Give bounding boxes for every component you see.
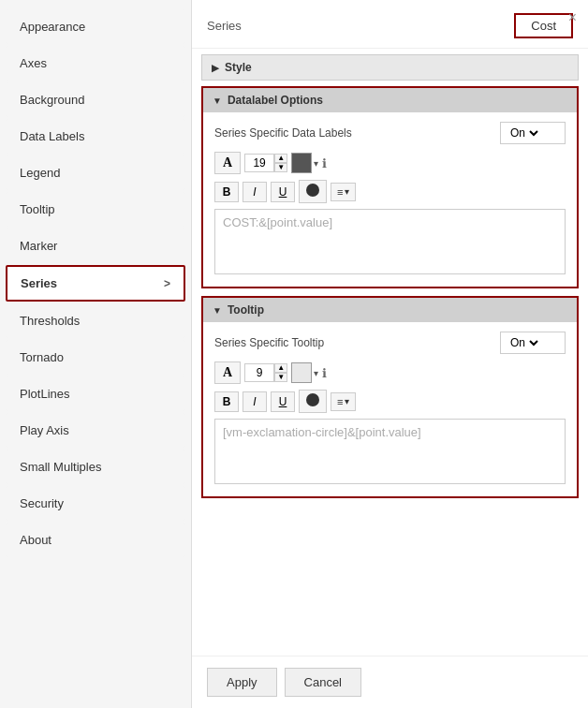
cancel-button[interactable]: Cancel xyxy=(285,668,361,697)
series-header: Series Cost xyxy=(192,0,588,49)
sidebar-item-label: Data Labels xyxy=(20,129,84,143)
tooltip-font-size-spinners: ▲ ▼ xyxy=(274,363,287,382)
series-value-button[interactable]: Cost xyxy=(514,13,573,38)
sidebar-item-label: Thresholds xyxy=(20,314,80,328)
tooltip-bold-button[interactable]: B xyxy=(214,391,239,412)
sidebar-item-label: Tooltip xyxy=(20,202,55,216)
datalabel-font-size-up[interactable]: ▲ xyxy=(274,154,287,163)
style-section: ▶ Style xyxy=(201,54,579,81)
tooltip-align-icon: ≡ xyxy=(337,396,343,407)
datalabel-color-swatch[interactable] xyxy=(291,153,312,173)
series-label: Series xyxy=(207,19,242,33)
datalabel-underline-button[interactable]: U xyxy=(271,182,295,202)
style-section-header[interactable]: ▶ Style xyxy=(202,55,578,80)
sidebar-item-smallmultiples[interactable]: Small Multiples xyxy=(6,450,185,484)
apply-button[interactable]: Apply xyxy=(207,668,277,697)
footer-buttons: Apply Cancel xyxy=(192,656,588,708)
tooltip-specific-select[interactable]: On Off xyxy=(500,332,566,354)
datalabel-color-dropdown-arrow[interactable]: ▾ xyxy=(314,158,318,169)
sidebar-item-label: Axes xyxy=(20,56,47,70)
datalabel-bold-button[interactable]: B xyxy=(214,182,239,202)
sidebar-arrow-icon: > xyxy=(164,277,170,290)
sidebar-item-marker[interactable]: Marker xyxy=(6,229,185,263)
sidebar-item-about[interactable]: About xyxy=(6,523,185,557)
tooltip-info-icon[interactable]: ℹ xyxy=(322,366,327,380)
datalabel-specific-label: Series Specific Data Labels xyxy=(214,126,352,140)
datalabel-specific-dropdown[interactable]: On Off xyxy=(507,125,541,140)
content-area: ▶ Style ▼ Datalabel Options Series Speci… xyxy=(192,49,588,656)
datalabel-italic-button[interactable]: I xyxy=(243,182,267,202)
tooltip-italic-button[interactable]: I xyxy=(243,391,267,412)
tooltip-section-label: Tooltip xyxy=(228,303,264,317)
sidebar-item-tooltip[interactable]: Tooltip xyxy=(6,192,185,227)
sidebar-item-label: Appearance xyxy=(20,20,85,34)
datalabel-dot-button[interactable] xyxy=(299,180,327,203)
datalabel-section-label: Datalabel Options xyxy=(228,94,323,107)
datalabel-align-button[interactable]: ≡ ▾ xyxy=(331,183,356,201)
tooltip-color-swatch[interactable] xyxy=(291,362,312,383)
sidebar-item-label: Play Axis xyxy=(20,423,69,437)
sidebar-item-label: Background xyxy=(20,93,84,107)
datalabel-section-header[interactable]: ▼ Datalabel Options xyxy=(203,88,577,112)
datalabel-font-size-spinners: ▲ ▼ xyxy=(274,154,287,172)
datalabel-font-a-button[interactable]: A xyxy=(214,152,241,174)
sidebar-item-series[interactable]: Series > xyxy=(6,265,185,302)
sidebar-item-thresholds[interactable]: Thresholds xyxy=(6,303,185,338)
tooltip-section: ▼ Tooltip Series Specific Tooltip On Off xyxy=(201,296,579,498)
tooltip-toggle-icon: ▼ xyxy=(213,305,222,316)
sidebar: Appearance Axes Background Data Labels L… xyxy=(0,0,192,708)
datalabel-align-dropdown-arrow: ▾ xyxy=(345,186,349,197)
sidebar-item-label: Legend xyxy=(20,166,60,180)
datalabel-font-size-input[interactable] xyxy=(244,154,274,172)
tooltip-dot-icon xyxy=(306,393,319,406)
datalabel-info-icon[interactable]: ℹ xyxy=(322,156,327,170)
tooltip-section-body: Series Specific Tooltip On Off A xyxy=(203,322,577,496)
tooltip-align-button[interactable]: ≡ ▾ xyxy=(331,392,356,411)
tooltip-font-size-up[interactable]: ▲ xyxy=(274,363,287,373)
sidebar-item-label: PlotLines xyxy=(20,387,69,401)
tooltip-specific-label: Series Specific Tooltip xyxy=(214,336,324,349)
tooltip-specific-row: Series Specific Tooltip On Off xyxy=(214,332,566,354)
tooltip-section-header[interactable]: ▼ Tooltip xyxy=(203,298,577,322)
sidebar-item-label: Tornado xyxy=(20,350,64,364)
tooltip-font-toolbar-1: A ▲ ▼ ▾ ℹ xyxy=(214,361,566,384)
tooltip-font-a-button[interactable]: A xyxy=(214,361,241,384)
sidebar-item-legend[interactable]: Legend xyxy=(6,155,185,190)
tooltip-dot-button[interactable] xyxy=(299,390,327,413)
tooltip-align-dropdown-arrow: ▾ xyxy=(345,396,349,406)
sidebar-item-background[interactable]: Background xyxy=(6,82,185,117)
datalabel-font-size-down[interactable]: ▼ xyxy=(274,163,287,172)
datalabel-section: ▼ Datalabel Options Series Specific Data… xyxy=(201,86,579,288)
close-button[interactable]: × xyxy=(568,9,577,26)
sidebar-item-label: Series xyxy=(21,276,57,290)
sidebar-item-playaxis[interactable]: Play Axis xyxy=(6,413,185,448)
sidebar-item-axes[interactable]: Axes xyxy=(6,46,185,81)
tooltip-formula-textarea[interactable]: [vm-exclamation-circle]&[point.value] xyxy=(214,419,566,484)
datalabel-align-icon: ≡ xyxy=(337,186,343,198)
tooltip-font-size-down[interactable]: ▼ xyxy=(274,373,287,382)
style-section-label: Style xyxy=(225,61,252,74)
sidebar-item-security[interactable]: Security xyxy=(6,486,185,521)
datalabel-specific-select[interactable]: On Off xyxy=(500,122,566,144)
datalabel-dot-icon xyxy=(306,184,319,197)
datalabel-font-toolbar-1: A ▲ ▼ ▾ ℹ xyxy=(214,152,566,174)
sidebar-item-datalabels[interactable]: Data Labels xyxy=(6,119,185,154)
tooltip-font-size-group: ▲ ▼ xyxy=(244,363,287,382)
tooltip-color-dropdown-arrow[interactable]: ▾ xyxy=(314,368,318,378)
main-panel: Series Cost ▶ Style ▼ Datalabel Options xyxy=(192,0,588,708)
sidebar-item-label: Security xyxy=(20,496,64,510)
sidebar-item-tornado[interactable]: Tornado xyxy=(6,340,185,375)
sidebar-item-appearance[interactable]: Appearance xyxy=(6,9,185,44)
style-toggle-icon: ▶ xyxy=(212,63,219,73)
sidebar-item-label: About xyxy=(20,533,51,547)
datalabel-formula-textarea[interactable]: COST:&[point.value] xyxy=(214,209,566,274)
tooltip-specific-dropdown[interactable]: On Off xyxy=(507,335,541,350)
datalabel-toggle-icon: ▼ xyxy=(213,96,222,106)
sidebar-item-plotlines[interactable]: PlotLines xyxy=(6,376,185,411)
tooltip-underline-button[interactable]: U xyxy=(271,391,295,412)
sidebar-item-label: Small Multiples xyxy=(20,460,101,474)
datalabel-color-group: ▾ xyxy=(291,153,318,173)
datalabel-section-body: Series Specific Data Labels On Off A xyxy=(203,112,577,287)
tooltip-font-size-input[interactable] xyxy=(244,363,274,382)
sidebar-item-label: Marker xyxy=(20,239,57,253)
